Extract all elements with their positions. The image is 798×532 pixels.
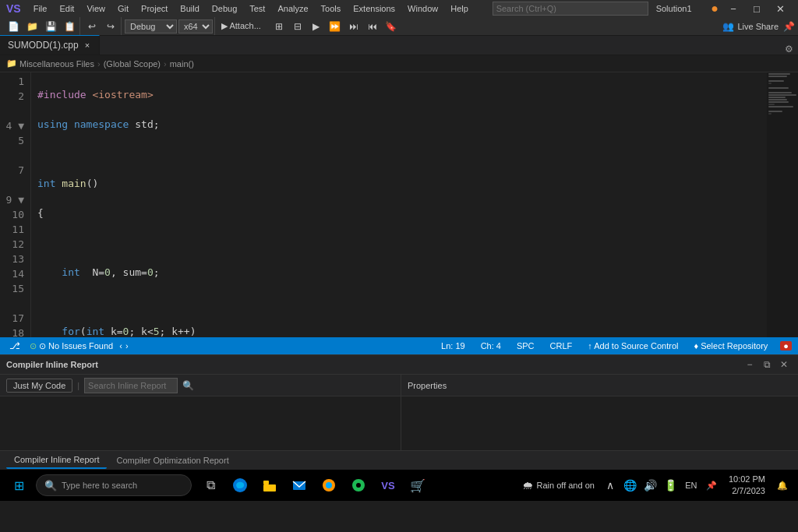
breadcrumb-function[interactable]: main() xyxy=(170,59,194,69)
save-all-btn[interactable]: 📋 xyxy=(61,19,78,34)
save-btn[interactable]: 💾 xyxy=(42,19,59,34)
toolbar-debug-group: ⊞ ⊟ ▶ ⏩ ⏭ ⏮ 🔖 xyxy=(270,19,400,34)
battery-icon[interactable]: 🔋 xyxy=(662,470,680,501)
store-icon[interactable]: 🛒 xyxy=(404,470,432,501)
inline-report-toolbar: Just My Code | 🔍 xyxy=(0,375,401,396)
volume-icon[interactable]: 🔊 xyxy=(641,470,660,501)
minimap xyxy=(767,72,798,337)
debug-btn-5[interactable]: ⏭ xyxy=(345,19,362,34)
active-tab[interactable]: SUMODD(1).cpp × xyxy=(0,35,100,55)
undo-btn[interactable]: ↩ xyxy=(83,19,101,34)
maximize-button[interactable]: □ xyxy=(745,0,768,17)
bottom-tab-compiler-opt[interactable]: Compiler Optimization Report xyxy=(108,453,236,468)
search-inline-input[interactable] xyxy=(84,378,178,393)
user-avatar: ● xyxy=(711,2,719,16)
close-button[interactable]: ✕ xyxy=(768,0,792,17)
code-line-9: for(int k=0; k<5; k++) xyxy=(37,324,761,337)
firefox-icon[interactable] xyxy=(315,470,343,501)
config-select[interactable]: Debug Release xyxy=(125,19,177,33)
weather-text: Rain off and on xyxy=(536,481,594,490)
taskbar-date-value: 2/7/2023 xyxy=(729,485,765,497)
breadcrumb-files[interactable]: 📁 Miscellaneous Files xyxy=(6,58,94,69)
active-tab-close[interactable]: × xyxy=(83,40,91,51)
music-icon[interactable] xyxy=(344,470,373,501)
taskbar-search-icon: 🔍 xyxy=(44,480,57,491)
taskbar-clock[interactable]: 10:02 PM 2/7/2023 xyxy=(722,474,772,498)
svg-rect-2 xyxy=(263,484,276,491)
menu-edit[interactable]: Edit xyxy=(55,2,79,15)
ln-item[interactable]: Ln: 19 xyxy=(438,341,468,351)
debug-btn-1[interactable]: ⊞ xyxy=(270,19,288,34)
menu-build[interactable]: Build xyxy=(175,2,203,15)
issues-item[interactable]: ⊙ ⊙ No Issues Found xyxy=(26,337,116,354)
live-share-label: Live Share xyxy=(737,22,779,31)
redo-btn[interactable]: ↪ xyxy=(102,19,119,34)
start-button[interactable]: ⊞ xyxy=(3,470,34,501)
bottom-tab-compiler-inline[interactable]: Compiler Inline Report xyxy=(6,452,107,469)
encoding-item[interactable]: CRLF xyxy=(547,341,576,351)
open-file-btn[interactable]: 📁 xyxy=(23,19,41,34)
debug-btn-6[interactable]: ⏮ xyxy=(364,19,381,34)
menu-window[interactable]: Window xyxy=(403,2,443,15)
weather-tray[interactable]: 🌧 Rain off and on xyxy=(517,470,598,501)
select-repo-item[interactable]: ♦ Select Repository xyxy=(690,341,771,351)
svg-rect-1 xyxy=(263,481,269,484)
vs-taskbar-icon[interactable]: VS xyxy=(374,470,402,501)
just-my-code-button[interactable]: Just My Code xyxy=(6,379,72,393)
col-item[interactable]: Ch: 4 xyxy=(478,341,504,351)
editor-container: 1 2 4 ▼ 5 7 9 ▼ 10 11 12 13 14 15 17 18 … xyxy=(0,72,798,337)
nav-right-icon[interactable]: › xyxy=(125,341,129,351)
code-line-3 xyxy=(37,146,761,161)
live-share-button[interactable]: 👥 Live Share xyxy=(722,21,779,32)
tab-settings-icon[interactable]: ⚙ xyxy=(780,44,798,55)
spaces-item[interactable]: SPC xyxy=(514,341,538,351)
attach-button[interactable]: ▶ Attach... xyxy=(217,19,266,33)
mail-icon[interactable] xyxy=(285,470,313,501)
pin-icon[interactable]: 📌 xyxy=(783,21,795,32)
menu-project[interactable]: Project xyxy=(136,2,172,15)
add-to-source-item[interactable]: ↑ Add to Source Control xyxy=(584,341,681,351)
menu-help[interactable]: Help xyxy=(446,2,473,15)
minimize-button[interactable]: − xyxy=(722,0,745,17)
notification-icon[interactable]: 🔔 xyxy=(773,470,792,501)
debug-btn-3[interactable]: ▶ xyxy=(308,19,325,34)
new-file-btn[interactable]: 📄 xyxy=(5,19,22,34)
menu-debug[interactable]: Debug xyxy=(207,2,242,15)
explorer-icon[interactable] xyxy=(256,470,284,501)
code-area[interactable]: #include <iostream> using namespace std;… xyxy=(31,72,767,337)
bottom-panel: Compiler Inline Report − ⧉ ✕ Just My Cod… xyxy=(0,354,798,470)
menu-file[interactable]: File xyxy=(29,2,52,15)
task-view-icon[interactable]: ⧉ xyxy=(196,470,224,501)
title-search-input[interactable] xyxy=(493,2,648,16)
vs-logo: VS xyxy=(6,2,21,15)
menu-git[interactable]: Git xyxy=(113,2,133,15)
taskbar-search-text: Type here to search xyxy=(62,481,137,490)
menu-view[interactable]: View xyxy=(82,2,110,15)
menu-extensions[interactable]: Extensions xyxy=(348,2,400,15)
debug-btn-4[interactable]: ⏩ xyxy=(327,19,344,34)
panel-minimize-btn[interactable]: − xyxy=(742,357,757,372)
breadcrumb-scope-label: (Global Scope) xyxy=(104,59,161,69)
keyboard-icon[interactable]: EN xyxy=(682,470,701,501)
debug-btn-2[interactable]: ⊟ xyxy=(289,19,306,34)
menu-test[interactable]: Test xyxy=(245,2,270,15)
pin-tray-icon[interactable]: 📌 xyxy=(702,470,721,501)
error-badge[interactable]: ● xyxy=(780,341,792,351)
bottom-panel-body: Just My Code | 🔍 Properties xyxy=(0,375,798,450)
network-icon[interactable]: 🌐 xyxy=(621,470,640,501)
breadcrumb-files-label: Miscellaneous Files xyxy=(19,59,94,69)
properties-title: Properties xyxy=(408,381,447,390)
bottom-panel-controls: − ⧉ ✕ xyxy=(742,357,792,372)
up-arrow-icon[interactable]: ∧ xyxy=(601,470,620,501)
bookmark-btn[interactable]: 🔖 xyxy=(383,19,400,34)
taskbar-search[interactable]: 🔍 Type here to search xyxy=(36,474,192,496)
menu-analyze[interactable]: Analyze xyxy=(273,2,312,15)
panel-close-btn[interactable]: ✕ xyxy=(776,357,792,372)
breadcrumb-sep-2: › xyxy=(164,59,167,69)
panel-float-btn[interactable]: ⧉ xyxy=(759,357,775,372)
menu-tools[interactable]: Tools xyxy=(316,2,346,15)
breadcrumb-scope[interactable]: (Global Scope) xyxy=(104,59,161,69)
nav-left-icon[interactable]: ‹ xyxy=(119,341,122,351)
edge-icon[interactable] xyxy=(226,470,254,501)
platform-select[interactable]: x64 x86 xyxy=(178,19,213,33)
